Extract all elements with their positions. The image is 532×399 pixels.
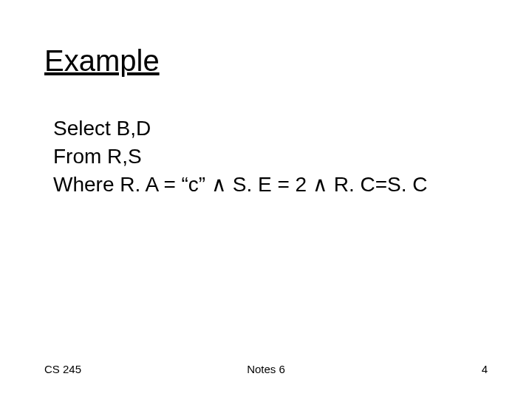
slide: Example Select B,D From R,S Where R. A =…: [0, 0, 532, 399]
footer-center: Notes 6: [0, 363, 532, 375]
slide-title: Example: [44, 44, 160, 78]
footer-right: 4: [482, 363, 488, 375]
slide-body: Select B,D From R,S Where R. A = “c” ∧ S…: [53, 115, 428, 198]
body-line-1: Select B,D: [53, 115, 428, 143]
body-line-3: Where R. A = “c” ∧ S. E = 2 ∧ R. C=S. C: [53, 171, 428, 199]
body-line-2: From R,S: [53, 143, 428, 171]
